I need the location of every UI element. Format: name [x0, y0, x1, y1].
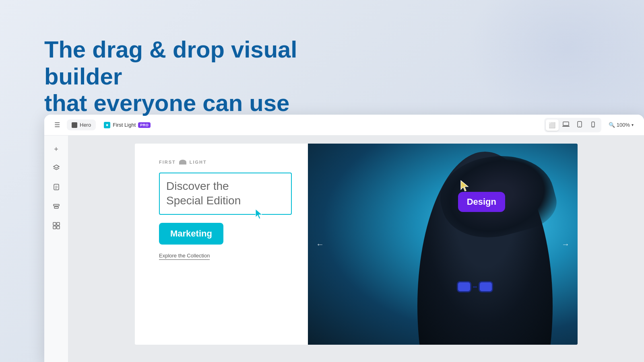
tab-hero[interactable]: Hero — [67, 119, 96, 130]
tab-first-light[interactable]: ◆ First Light PRO — [99, 119, 155, 131]
layers-icon — [53, 164, 60, 173]
headline-element[interactable]: Discover the Special Edition — [159, 173, 292, 215]
sunglasses-element — [457, 281, 493, 292]
page-icon — [72, 122, 77, 128]
canvas-right-panel: Design — [308, 144, 578, 345]
svg-rect-10 — [54, 204, 59, 206]
left-lens — [457, 281, 471, 292]
headline-line1: Discover the — [166, 180, 229, 192]
svg-point-3 — [579, 126, 580, 127]
menu-button[interactable]: ☰ — [51, 119, 64, 132]
first-light-icon: ◆ — [104, 122, 110, 128]
laptop-icon — [562, 121, 570, 128]
svg-rect-6 — [54, 184, 59, 190]
right-lens — [479, 281, 493, 292]
hero-section: The drag & drop visual builder that ever… — [44, 36, 326, 117]
layers-button[interactable] — [49, 161, 64, 176]
cta-button-label: Marketing — [170, 228, 212, 239]
device-desktop-button[interactable]: ⬜ — [546, 119, 559, 131]
brand-logo: FIRST LIGHT — [159, 160, 292, 165]
pages-button[interactable] — [49, 181, 64, 195]
svg-rect-12 — [53, 222, 56, 225]
device-mobile-button[interactable] — [587, 119, 600, 131]
menu-icon: ☰ — [54, 121, 60, 129]
svg-rect-0 — [563, 122, 569, 125]
hero-title-line1: The drag & drop visual builder — [44, 36, 297, 89]
first-light-tab-label: First Light — [113, 122, 136, 128]
nav-arrow-left[interactable]: ← — [316, 240, 324, 249]
builder-window: ☰ Hero ◆ First Light PRO ⬜ — [44, 115, 644, 362]
mobile-icon — [591, 121, 595, 129]
explore-link[interactable]: Explore the Collection — [159, 253, 210, 260]
device-laptop-button[interactable] — [559, 119, 572, 131]
plus-icon: + — [54, 145, 58, 154]
tablet-icon — [577, 121, 582, 129]
headline-text: Discover the Special Edition — [166, 179, 285, 208]
toolbar: ☰ Hero ◆ First Light PRO ⬜ — [44, 115, 644, 136]
canvas-area[interactable]: FIRST LIGHT Discover the Special Edition — [68, 136, 644, 362]
logo-text-first: FIRST — [159, 160, 176, 165]
hero-tab-label: Hero — [80, 122, 91, 128]
templates-icon — [53, 222, 60, 231]
svg-rect-11 — [54, 207, 58, 208]
logo-hat-icon — [179, 160, 186, 165]
chevron-down-icon: ▾ — [632, 123, 634, 127]
design-badge: Design — [458, 192, 505, 212]
cursor-inside-selection — [255, 208, 263, 221]
svg-rect-1 — [562, 126, 570, 127]
explore-link-text: Explore the Collection — [159, 253, 210, 259]
templates-button[interactable] — [49, 219, 64, 234]
zoom-control[interactable]: 🔍 100% ▾ — [605, 119, 638, 130]
zoom-icon: 🔍 — [609, 122, 615, 128]
logo-text-light: LIGHT — [190, 160, 207, 165]
svg-rect-13 — [57, 222, 60, 225]
marketing-button-element: Marketing — [159, 223, 223, 245]
headline-line2: Special Edition — [166, 194, 241, 207]
design-badge-text: Design — [467, 197, 496, 207]
pages-icon — [53, 183, 60, 192]
nav-arrow-right[interactable]: → — [561, 240, 570, 249]
align-icon — [53, 203, 60, 212]
right-arrow-icon: → — [561, 240, 570, 249]
device-tablet-button[interactable] — [573, 119, 586, 131]
cursor-right — [460, 180, 469, 193]
hero-title-line2: that everyone can use — [44, 90, 289, 116]
svg-rect-5 — [592, 126, 594, 127]
canvas-frame: FIRST LIGHT Discover the Special Edition — [135, 144, 578, 345]
device-buttons: ⬜ — [544, 118, 601, 132]
left-arrow-icon: ← — [316, 240, 324, 249]
zoom-label: 100% — [617, 122, 630, 128]
hero-title: The drag & drop visual builder that ever… — [44, 36, 326, 117]
svg-rect-14 — [53, 226, 56, 229]
canvas-left-panel: FIRST LIGHT Discover the Special Edition — [135, 144, 308, 345]
add-element-button[interactable]: + — [49, 142, 64, 156]
svg-marker-17 — [461, 181, 468, 191]
main-area: + — [44, 136, 644, 362]
svg-rect-15 — [57, 226, 60, 229]
pro-badge: PRO — [138, 122, 151, 128]
glasses-shape — [457, 281, 493, 292]
svg-marker-16 — [256, 209, 262, 219]
desktop-icon: ⬜ — [549, 122, 555, 128]
align-button[interactable] — [49, 200, 64, 214]
sidebar: + — [44, 136, 68, 362]
glasses-bridge — [473, 286, 477, 288]
